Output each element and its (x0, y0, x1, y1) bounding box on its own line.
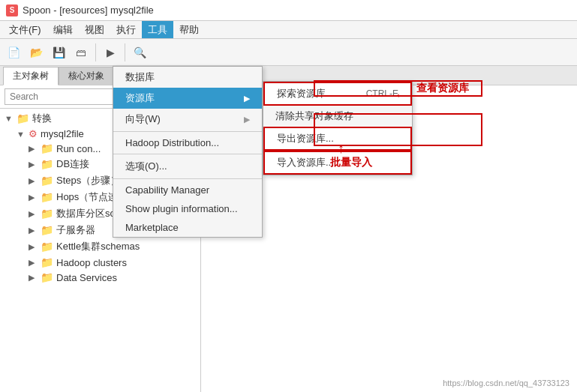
expand-icon-m: ▼ (17, 130, 26, 139)
tab-core-objects[interactable]: 核心对象 (59, 67, 114, 85)
menu-file[interactable]: 文件(F) (3, 21, 47, 38)
tree-label-hadoop: Hadoop clusters (56, 257, 127, 268)
sep2 (125, 43, 125, 61)
expand-icon-hd: ▶ (29, 258, 38, 268)
submenu-arrow-wizard: ▶ (244, 115, 250, 124)
expand-icon-kc: ▶ (29, 242, 38, 252)
menu-item-database[interactable]: 数据库 (113, 67, 262, 88)
sep1 (95, 43, 96, 61)
transform-icon: ⚙ (29, 128, 38, 139)
menu-bar: 文件(F) 编辑 视图 执行 工具 帮助 (0, 21, 577, 39)
menu-item-marketplace[interactable]: Marketplace (113, 218, 262, 237)
menu-item-options[interactable]: 选项(O)... (113, 156, 262, 177)
folder-icon-ds: 📁 (41, 271, 53, 283)
save-as-button[interactable]: 🗃 (71, 42, 92, 63)
watermark: https://blog.csdn.net/qq_43733123 (443, 379, 569, 388)
tree-label-runcon: Run con... (56, 143, 101, 154)
tree-label-data-services: Data Services (56, 272, 117, 283)
new-button[interactable]: 📄 (3, 42, 24, 63)
folder-icon: 📁 (17, 112, 29, 124)
menu-item-plugin-info[interactable]: Show plugin information... (113, 199, 262, 218)
menu-item-hadoop[interactable]: Hadoop Distribution... (113, 133, 262, 152)
expand-icon-sc: ▶ (29, 209, 38, 219)
menu-view[interactable]: 视图 (79, 21, 110, 38)
tools-dropdown: 数据库 资源库 ▶ 向导(W) ▶ Hadoop Distribution...… (113, 66, 263, 238)
submenu-arrow-resources: ▶ (244, 94, 250, 103)
window-title: Spoon - [resources] mysql2file (23, 4, 154, 16)
explore-button[interactable]: 🔍 (129, 42, 150, 63)
tree-label-subserver: 子服务器 (56, 223, 95, 237)
tab-main-objects-label: 主对象树 (13, 70, 49, 82)
folder-icon-hd: 📁 (41, 256, 53, 268)
open-button[interactable]: 📂 (26, 42, 47, 63)
folder-icon-hp: 📁 (41, 191, 53, 203)
expand-icon: ▼ (5, 114, 14, 123)
expand-icon-rc: ▶ (29, 144, 38, 154)
folder-icon-st: 📁 (41, 175, 53, 187)
tree-item-kettle-clusters[interactable]: ▶ 📁 Kettle集群schemas (0, 238, 200, 255)
tree-label-kettle-clusters: Kettle集群schemas (56, 240, 140, 253)
menu-tools[interactable]: 工具 (142, 21, 173, 38)
menu-help[interactable]: 帮助 (173, 21, 205, 38)
tree-label-transform: 转换 (32, 112, 52, 125)
folder-icon-kc: 📁 (41, 241, 53, 253)
menu-item-capability[interactable]: Capability Manager (113, 181, 262, 199)
tree-label-steps: Steps（步骤） (56, 174, 120, 187)
expand-icon-ss: ▶ (29, 226, 38, 235)
tab-core-objects-label: 核心对象 (68, 70, 104, 82)
menu-edit[interactable]: 编辑 (47, 21, 79, 38)
tree-label-dbcon: DB连接 (56, 157, 89, 171)
tools-sep3 (113, 178, 262, 179)
save-button[interactable]: 💾 (48, 42, 69, 63)
tree-item-hadoop[interactable]: ▶ 📁 Hadoop clusters (0, 255, 200, 270)
folder-icon-ss: 📁 (41, 224, 53, 236)
annotation-view-repo: 查看资源库 ← (416, 82, 469, 95)
folder-icon-db: 📁 (41, 158, 53, 170)
resources-item-explore[interactable]: 探索资源库 CTRL-E (263, 82, 412, 106)
tab-main-objects[interactable]: 主对象树 (3, 67, 59, 85)
expand-icon-ds: ▶ (29, 273, 38, 283)
menu-item-resources[interactable]: 资源库 ▶ (113, 88, 262, 109)
expand-icon-db: ▶ (29, 160, 38, 169)
title-bar: S Spoon - [resources] mysql2file (0, 0, 577, 21)
annotation-batch-import: 批量导入 ↑ (330, 156, 372, 169)
tools-sep1 (113, 131, 262, 132)
toolbar: 📄 📂 💾 🗃 ▶ 🔍 (0, 39, 577, 66)
expand-icon-st: ▶ (29, 176, 38, 186)
folder-icon-rc: 📁 (41, 142, 53, 154)
app-icon: S (6, 4, 18, 16)
menu-item-wizard[interactable]: 向导(W) ▶ (113, 109, 262, 130)
folder-icon-sc: 📁 (41, 208, 53, 220)
menu-run[interactable]: 执行 (110, 21, 142, 38)
tools-sep2 (113, 154, 262, 154)
tree-label-mysql2file: mysql2file (41, 128, 84, 139)
expand-icon-hp: ▶ (29, 193, 38, 202)
tree-item-data-services[interactable]: ▶ 📁 Data Services (0, 270, 200, 285)
resources-item-clear-cache[interactable]: 清除共享对象缓存 (263, 106, 412, 127)
run-button[interactable]: ▶ (100, 42, 121, 63)
